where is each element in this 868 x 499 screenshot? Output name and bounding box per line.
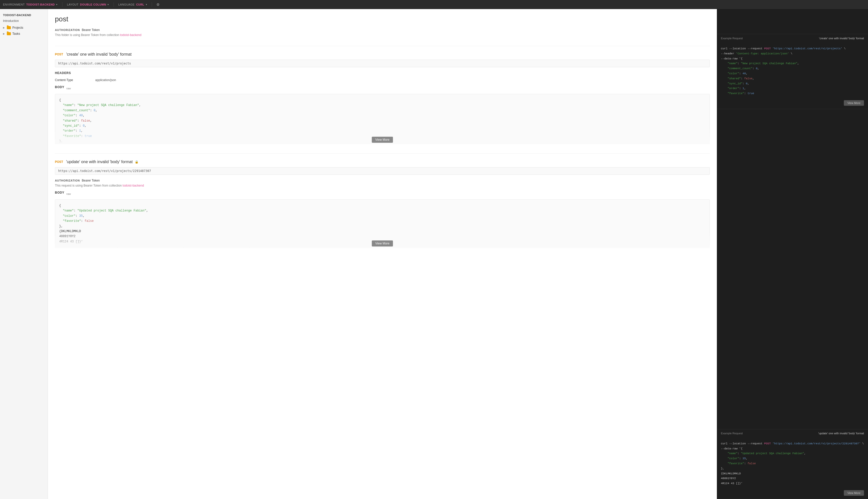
view-more-button1[interactable]: View More	[372, 137, 393, 143]
table-row: Content-Type application/json	[55, 77, 710, 83]
divider2	[55, 153, 710, 154]
example-section1: Example Request 'create' one with invali…	[717, 34, 868, 109]
code-block-wrapper2: { "name": "Updated project SQA challenge…	[55, 199, 710, 248]
example-view-more-button2[interactable]: View More	[844, 490, 864, 496]
sidebar: TODOIST-BACKEND Introduction ▶ Projects …	[0, 9, 48, 499]
body-label-row2: BODY raw	[55, 191, 710, 197]
environment-label: ENVIRONMENT	[3, 3, 25, 6]
topbar-separator2	[113, 2, 114, 7]
environment-selector[interactable]: ENVIRONMENT todoist-backend ▾	[3, 3, 58, 6]
topbar: ENVIRONMENT todoist-backend ▾ LAYOUT Dou…	[0, 0, 868, 9]
tasks-chevron-icon: ▶	[3, 33, 5, 35]
request2-method: POST	[55, 160, 63, 163]
curl-line: "shared": false,	[721, 76, 864, 81]
curl-line: curl --location --request POST 'https://…	[721, 441, 864, 446]
example-label1: Example Request	[721, 37, 743, 40]
content-type-value: application/json	[95, 77, 710, 83]
auth-label: AUTHORIZATION	[55, 28, 80, 32]
page-title: post	[55, 15, 710, 23]
projects-chevron-icon: ▶	[3, 26, 5, 29]
request2-section: POST 'update' one with invalid 'body' fo…	[55, 160, 710, 248]
lock-icon: 🔒	[135, 160, 138, 163]
view-more-overlay1: View More	[55, 129, 710, 144]
collection-title: TODOIST-BACKEND	[0, 12, 48, 18]
code-line: "favorite": false	[59, 219, 706, 223]
language-value: cURL	[136, 3, 144, 6]
request2-url: https://api.todoist.com/rest/v1/projects…	[55, 167, 710, 175]
tasks-folder-icon	[7, 32, 11, 35]
code-line: "sync_id": 0,	[59, 123, 706, 129]
body-label2: BODY	[55, 191, 64, 194]
environment-chevron-icon: ▾	[56, 3, 58, 6]
curl-line: "color": 40,	[721, 71, 864, 76]
curl-line: "color": 35,	[721, 456, 864, 461]
code-line: "comment_count": 0,	[59, 108, 706, 113]
curl-line: {DKLMKLDMKLD	[721, 471, 864, 476]
curl-block1: curl --location --request POST 'https://…	[717, 42, 868, 100]
request1-method: POST	[55, 53, 63, 56]
code-line: {	[59, 98, 706, 103]
projects-folder-icon	[7, 26, 11, 29]
body-type: raw	[67, 87, 71, 90]
code-line: {	[59, 203, 706, 208]
curl-line: 4R124 43 []}'	[721, 481, 864, 486]
example-header2: Example Request 'update' one with invali…	[717, 429, 868, 437]
curl-line: "favorite": false	[721, 461, 864, 466]
auth-note: This folder is using Bearer Token from c…	[55, 33, 710, 37]
curl-line: curl --location --request POST 'https://…	[721, 46, 864, 51]
request1-section: POST 'create' one with invalid 'body' fo…	[55, 52, 710, 144]
example-view-more-button1[interactable]: View More	[844, 100, 864, 106]
request1-url: https://api.todoist.com/rest/v1/projects	[55, 60, 710, 67]
curl-line: --header 'Content-Type: application/json…	[721, 51, 864, 57]
headers-table: Content-Type application/json	[55, 77, 710, 83]
example-title2: 'update' one with invalid 'body' format	[818, 432, 864, 435]
view-more-button2[interactable]: View More	[372, 241, 393, 246]
projects-label: Projects	[12, 26, 23, 29]
layout-selector[interactable]: LAYOUT Double Column ▾	[67, 3, 109, 6]
body-label: BODY	[55, 85, 64, 89]
topbar-separator	[62, 2, 62, 7]
code-line: "name": "New project SQA challenge Fabia…	[59, 103, 706, 108]
code-line: "shared": false,	[59, 118, 706, 123]
curl-line: "name": "Updated project SQA challenge F…	[721, 451, 864, 456]
topbar-separator3	[152, 2, 152, 7]
request2-heading: POST 'update' one with invalid 'body' fo…	[55, 160, 710, 164]
curl-line: "favorite": true	[721, 91, 864, 96]
curl-line: "comment_count": 0,	[721, 66, 864, 71]
layout-label: LAYOUT	[67, 3, 79, 6]
right-panel-spacer-mid	[717, 109, 868, 429]
curl-line: --data-raw '{	[721, 446, 864, 451]
request2-auth-value: Bearer Token	[82, 179, 100, 182]
request2-title: 'update' one with invalid 'body' format	[66, 160, 133, 164]
language-selector[interactable]: LANGUAGE cURL ▾	[118, 3, 147, 6]
curl-line: 48891Y8Y2	[721, 476, 864, 481]
request2-auth-link[interactable]: todoist-backend	[123, 184, 144, 187]
example-view-more2: View More	[717, 490, 868, 499]
curl-line: "sync_id": 0,	[721, 81, 864, 86]
sidebar-item-tasks[interactable]: ▶ Tasks	[0, 31, 48, 37]
content-type-key: Content-Type	[55, 77, 95, 83]
settings-icon[interactable]: ⚙	[156, 2, 160, 7]
request1-title: 'create' one with invalid 'body' format	[66, 52, 132, 57]
layout-value: Double Column	[80, 3, 106, 6]
example-view-more1: View More	[717, 100, 868, 109]
main-content: post AUTHORIZATION Bearer Token This fol…	[48, 9, 717, 499]
code-line: "color": 40,	[59, 113, 706, 118]
sidebar-item-introduction[interactable]: Introduction	[0, 18, 48, 25]
main-layout: TODOIST-BACKEND Introduction ▶ Projects …	[0, 9, 868, 499]
headers-label: HEADERS	[55, 71, 710, 75]
auth-value: Bearer Token	[82, 28, 100, 32]
layout-chevron-icon: ▾	[108, 3, 109, 6]
right-panel-spacer-top	[717, 9, 868, 34]
auth-collection-link[interactable]: todoist-backend	[120, 33, 142, 37]
body-label-row: BODY raw	[55, 85, 710, 92]
code-line: },	[59, 224, 706, 229]
auth-section: AUTHORIZATION Bearer Token This folder i…	[55, 28, 710, 37]
environment-value: todoist-backend	[26, 3, 55, 6]
curl-line: },	[721, 466, 864, 471]
example-title1: 'create' one with invalid 'body' format	[819, 37, 864, 40]
sidebar-item-projects[interactable]: ▶ Projects	[0, 25, 48, 31]
code-line: "color": 35,	[59, 214, 706, 219]
request2-auth-note: This request is using Bearer Token from …	[55, 184, 710, 187]
language-chevron-icon: ▾	[146, 3, 147, 6]
